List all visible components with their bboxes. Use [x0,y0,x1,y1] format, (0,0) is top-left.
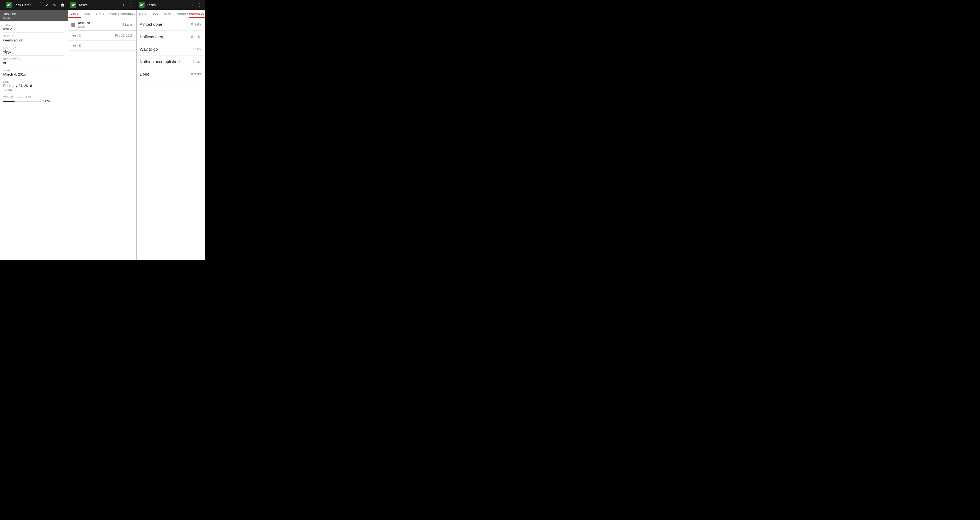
field-title: TITLE test 2 [3,21,64,33]
field-description: DESCRIPTION fff [3,56,64,67]
field-location: LOCATION vfygv [3,44,64,56]
progress-item-name-3: Nothing accomplished [140,59,180,64]
progress-percent-label: 30% [43,99,50,103]
topbar-title: Task Detail [14,3,42,7]
tab-start[interactable]: START [94,10,107,18]
task-name-2: test 3 [72,43,81,48]
list-header: Task list Local [0,10,68,21]
field-label-status: STATUS [3,35,64,38]
field-label-due: DUE [3,80,64,83]
tasks-list-tabs: LISTS DUE START PRIORITY PROGRESS [68,10,136,18]
progress-item-almost-done[interactable]: Almost done 0 tasks [137,18,205,30]
list-item[interactable]: test 2 Feb 23, 2018 [68,30,136,41]
field-label-title: TITLE [3,24,64,26]
tab-progress[interactable]: PROGRESS [120,10,136,18]
field-value-due-secondary: +1 day [3,88,64,91]
progress-item-name-0: Almost done [140,22,162,27]
more-options-button-right[interactable]: ⋮ [197,2,202,8]
list-section-header: Task list Local 2 tasks [68,18,136,30]
add-task-button-right[interactable]: + [190,2,194,8]
tasks-list-panel: Tasks + ⋮ LISTS DUE START PRIORITY PROGR… [68,0,137,260]
progress-fill [3,101,14,102]
tab-due-right[interactable]: DUE [149,10,162,18]
field-status: STATUS needs action [3,33,64,44]
field-start: START March 4, 2015 [3,67,64,78]
tab-due[interactable]: DUE [81,10,94,18]
tasks-progress-tabs: LISTS DUE START PRIORITY PROGRESS [137,10,205,18]
field-value-start: March 4, 2015 [3,72,64,77]
tab-priority[interactable]: PRIORITY [106,10,120,18]
progress-container: 30% [3,99,64,103]
tasks-progress-topbar: Tasks + ⋮ [137,0,205,10]
app-logo [6,2,12,8]
task-date-1: Feb 23, 2018 [115,34,133,37]
progress-item-way-to-go[interactable]: Way to go 1 task [137,43,205,56]
trash-icon[interactable]: 🗑 [60,2,65,8]
task-detail-panel: ‹ Task Detail ✓ ✎ 🗑 Task list Local TITL… [0,0,68,260]
back-button[interactable]: ‹ [2,2,3,7]
tab-lists[interactable]: LISTS [68,10,81,18]
edit-icon[interactable]: ✎ [52,2,57,8]
field-percent-complete: PERCENT COMPLETE 30% [3,93,64,105]
field-value-title: test 2 [3,27,64,31]
field-value-location: vfygv [3,49,64,54]
field-label-start: START [3,69,64,72]
progress-item-name-2: Way to go [140,47,158,51]
progress-item-count-2: 1 task [193,48,201,51]
tab-lists-right[interactable]: LISTS [137,10,149,18]
progress-item-count-3: 1 task [193,60,201,64]
tab-start-right[interactable]: START [162,10,175,18]
field-value-status: needs action [3,38,64,42]
list-section-name: Task list [78,21,120,25]
app-logo-right [138,2,145,8]
task-name-1: test 2 [72,33,81,38]
progress-item-count-0: 0 tasks [191,22,201,26]
list-header-subtitle: Local [3,16,64,19]
field-label-description: DESCRIPTION [3,58,64,61]
more-options-button[interactable]: ⋮ [128,2,134,8]
progress-item-name-4: Done [140,72,150,77]
field-label-location: LOCATION [3,46,64,49]
field-due: DUE February 24, 2018 +1 day [3,78,64,93]
progress-item-count-1: 0 tasks [191,35,201,39]
field-value-description: fff [3,61,64,65]
tab-priority-right[interactable]: PRIORITY [175,10,189,18]
progress-track [3,101,41,102]
progress-item-done[interactable]: Done 0 tasks [137,68,205,80]
list-section-count: 2 tasks [123,23,133,27]
tasks-list-topbar: Tasks + ⋮ [68,0,136,10]
task-detail-topbar: ‹ Task Detail ✓ ✎ 🗑 [0,0,68,10]
task-detail-content: TITLE test 2 STATUS needs action LOCATIO… [0,21,68,260]
field-value-due: February 24, 2018 [3,84,64,88]
list-header-title: Task list [3,12,64,16]
tasks-progress-panel: Tasks + ⋮ LISTS DUE START PRIORITY PROGR… [137,0,205,260]
check-icon[interactable]: ✓ [45,2,50,8]
tasks-progress-title: Tasks [147,3,188,7]
tab-progress-right[interactable]: PROGRESS [189,10,205,18]
tasks-list-content: Task list Local 2 tasks test 2 Feb 23, 2… [68,18,136,260]
progress-item-name-1: Halfway there [140,34,165,39]
list-checkbox [72,23,75,27]
progress-item-nothing[interactable]: Nothing accomplished 1 task [137,56,205,68]
progress-item-halfway[interactable]: Halfway there 0 tasks [137,30,205,43]
progress-list-content: Almost done 0 tasks Halfway there 0 task… [137,18,205,260]
tasks-list-title: Tasks [78,3,119,7]
add-task-button[interactable]: + [121,2,126,8]
app-logo-middle [70,2,76,8]
field-label-percent: PERCENT COMPLETE [3,95,64,98]
list-section-subtitle: Local [78,25,120,28]
progress-item-count-4: 0 tasks [191,72,201,76]
list-item[interactable]: test 3 [68,41,136,51]
